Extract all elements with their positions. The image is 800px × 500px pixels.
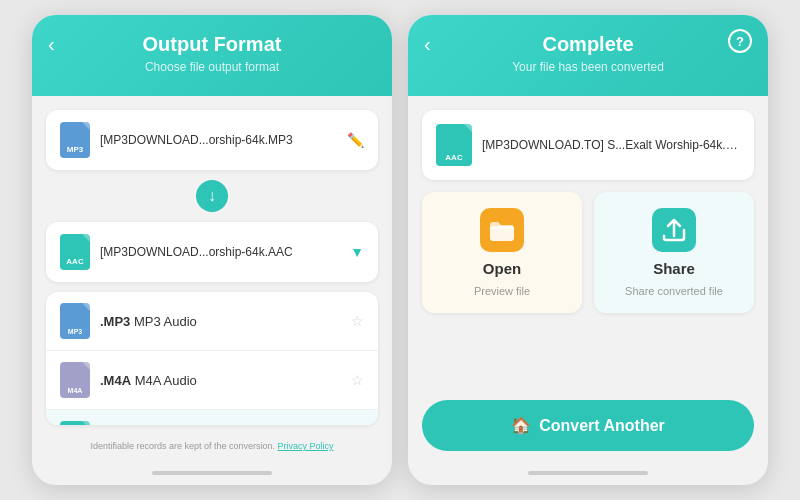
format-list: MP3 .MP3 MP3 Audio ☆ M4A .M4A M4A Audio … [46,292,378,425]
complete-aac-icon: AAC [436,124,472,166]
m4a-icon: M4A [60,362,90,398]
bottom-indicator [152,471,272,475]
convert-another-label: Convert Another [539,417,665,435]
convert-another-button[interactable]: 🏠 Convert Another [422,400,754,451]
back-button-screen2[interactable]: ‹ [424,33,431,56]
action-buttons: Open Preview file Share Share converted … [422,192,754,313]
bottom-indicator-2 [528,471,648,475]
output-file-card[interactable]: AAC [MP3DOWNLOAD...orship-64k.AAC ▼ [46,222,378,282]
input-file-card: MP3 [MP3DOWNLOAD...orship-64k.MP3 ✏️ [46,110,378,170]
format-item-mp3[interactable]: MP3 .MP3 MP3 Audio ☆ [46,292,378,351]
share-button[interactable]: Share Share converted file [594,192,754,313]
complete-file-card: AAC [MP3DOWNLOAD.TO] S...Exalt Worship-6… [422,110,754,180]
mp3-file-icon: MP3 [60,122,90,158]
edit-icon[interactable]: ✏️ [347,132,364,148]
complete-title: Complete [428,33,748,56]
share-icon [652,208,696,252]
output-file-name: [MP3DOWNLOAD...orship-64k.AAC [100,245,340,259]
home-icon: 🏠 [511,416,531,435]
help-button[interactable]: ? [728,29,752,53]
open-icon [480,208,524,252]
convert-down-icon: ↓ [196,180,228,212]
open-label: Open [483,260,521,277]
output-format-title: Output Format [52,33,372,56]
output-format-subtitle: Choose file output format [52,60,372,74]
format-item-m4a[interactable]: M4A .M4A M4A Audio ☆ [46,351,378,410]
mp3-icon: MP3 [60,303,90,339]
mp3-star-icon[interactable]: ☆ [351,313,364,329]
privacy-policy-link[interactable]: Privacy Policy [278,441,334,451]
aac-file-icon: AAC [60,234,90,270]
screen1-content: MP3 [MP3DOWNLOAD...orship-64k.MP3 ✏️ ↓ A… [32,96,392,471]
complete-header: ‹ ? Complete Your file has been converte… [408,15,768,96]
complete-screen: ‹ ? Complete Your file has been converte… [408,15,768,485]
screen2-content: AAC [MP3DOWNLOAD.TO] S...Exalt Worship-6… [408,96,768,471]
output-format-header: ‹ Output Format Choose file output forma… [32,15,392,96]
bottom-bar-screen2 [408,471,768,485]
complete-subtitle: Your file has been converted [428,60,748,74]
format-item-aac[interactable]: AAC .AAC AAC Audio ✓ [46,410,378,425]
share-label: Share [653,260,695,277]
aac-icon: AAC [60,421,90,425]
open-button[interactable]: Open Preview file [422,192,582,313]
dropdown-icon[interactable]: ▼ [350,244,364,260]
open-subtitle: Preview file [474,285,530,297]
footer-note: Identifiable records are kept of the con… [46,435,378,457]
m4a-label: .M4A M4A Audio [100,373,341,388]
share-subtitle: Share converted file [625,285,723,297]
complete-file-name: [MP3DOWNLOAD.TO] S...Exalt Worship-64k.a… [482,138,740,152]
screens-container: ‹ Output Format Choose file output forma… [10,10,790,490]
bottom-bar-screen1 [32,471,392,485]
convert-arrow-container: ↓ [46,180,378,212]
back-button-screen1[interactable]: ‹ [48,33,55,56]
output-format-screen: ‹ Output Format Choose file output forma… [32,15,392,485]
input-file-name: [MP3DOWNLOAD...orship-64k.MP3 [100,133,337,147]
mp3-label: .MP3 MP3 Audio [100,314,341,329]
m4a-star-icon[interactable]: ☆ [351,372,364,388]
